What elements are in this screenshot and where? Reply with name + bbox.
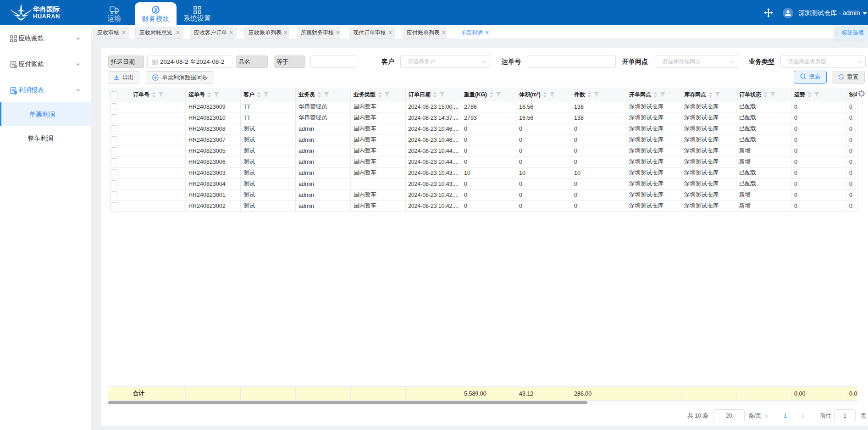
svg-text:¥: ¥ bbox=[154, 7, 157, 13]
